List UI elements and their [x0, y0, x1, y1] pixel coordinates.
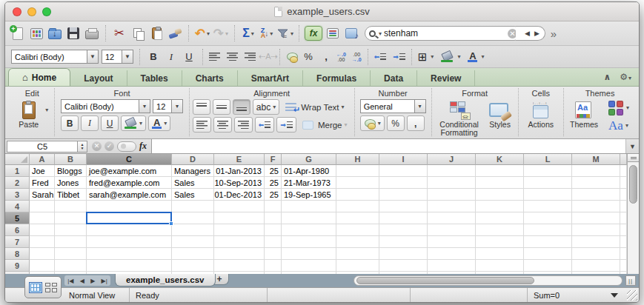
- ribbon-font-name-dropdown[interactable]: ▾: [139, 99, 150, 113]
- cell-F9[interactable]: [265, 260, 282, 272]
- paste-big-button[interactable]: Paste: [16, 99, 42, 136]
- theme-fonts-button[interactable]: Aa▾: [604, 118, 633, 133]
- row-header-9[interactable]: 9: [5, 260, 30, 272]
- decrease-indent-button[interactable]: ⇐: [374, 53, 387, 61]
- last-sheet-button[interactable]: ▶|: [102, 278, 107, 284]
- cell-L7[interactable]: [524, 236, 572, 248]
- ribbon-underline-button[interactable]: U: [101, 115, 119, 131]
- cell-K8[interactable]: [476, 248, 524, 260]
- cancel-entry-icon[interactable]: ✕: [92, 141, 102, 151]
- cell-A8[interactable]: [30, 248, 55, 260]
- cell-I9[interactable]: [379, 260, 428, 272]
- align-left-button[interactable]: [209, 53, 220, 61]
- cell-J9[interactable]: [428, 260, 476, 272]
- column-header-I[interactable]: I: [379, 154, 428, 165]
- filter-dropdown[interactable]: ▾: [291, 30, 293, 37]
- underline-button[interactable]: U: [182, 51, 196, 62]
- cell-G2[interactable]: 21-Mar-1973: [282, 177, 336, 189]
- borders-button[interactable]: ⊞: [418, 51, 428, 62]
- column-header-E[interactable]: E: [214, 154, 265, 165]
- search-scope-dropdown[interactable]: ▾: [379, 30, 382, 37]
- cell-I3[interactable]: [379, 189, 428, 201]
- cell-C4[interactable]: [87, 201, 172, 212]
- previous-sheet-button[interactable]: ◀: [80, 278, 84, 284]
- print-button[interactable]: [84, 24, 100, 42]
- font-size-dropdown[interactable]: ▼: [122, 50, 133, 64]
- actions-button[interactable]: |··|··| Actions: [525, 99, 557, 138]
- row-header-1[interactable]: 1: [5, 165, 30, 177]
- row-header-5[interactable]: 5: [5, 212, 30, 224]
- bold-button[interactable]: B: [146, 51, 161, 62]
- ribbon-bold-button[interactable]: B: [61, 115, 79, 131]
- cell-E9[interactable]: [214, 260, 265, 272]
- column-header-J[interactable]: J: [428, 154, 476, 165]
- align-middle-button[interactable]: [213, 99, 230, 115]
- cell-D8[interactable]: [172, 248, 214, 260]
- cell-I4[interactable]: [379, 201, 428, 212]
- cell-H8[interactable]: [336, 248, 379, 260]
- tab-review[interactable]: Review: [417, 70, 475, 86]
- font-name-dropdown[interactable]: ▼: [87, 50, 99, 64]
- fill-handle[interactable]: [169, 221, 173, 226]
- search-field[interactable]: ▾ ✕: [365, 26, 522, 41]
- normal-view-button[interactable]: [29, 282, 42, 293]
- row-header-4[interactable]: 4: [5, 201, 30, 212]
- fill-color-button[interactable]: [441, 51, 454, 62]
- cell-E1[interactable]: 01-Jan-2013: [214, 165, 265, 177]
- horizontal-scroll-thumb[interactable]: [356, 277, 534, 284]
- align-center-button[interactable]: [227, 53, 238, 61]
- cell-E2[interactable]: 10-Sep-2013: [214, 177, 265, 189]
- row-header-7[interactable]: 7: [5, 236, 30, 248]
- cell-H6[interactable]: [336, 224, 379, 236]
- ribbon-comma-button[interactable]: ,: [407, 115, 425, 131]
- cell-C3[interactable]: sarah@example.com: [87, 189, 172, 201]
- row-header-2[interactable]: 2: [5, 177, 30, 189]
- cell-G7[interactable]: [282, 236, 336, 248]
- font-size-combo[interactable]: 12 ▼: [102, 50, 133, 64]
- cell-A3[interactable]: Sarah: [30, 189, 55, 201]
- row-header-6[interactable]: 6: [5, 224, 30, 236]
- cell-D5[interactable]: [172, 212, 214, 224]
- formula-bar-expand-button[interactable]: ▼: [625, 139, 639, 153]
- cell-E3[interactable]: 01-Dec-2013: [214, 189, 265, 201]
- next-sheet-button[interactable]: ▶: [90, 278, 95, 284]
- cell-A5[interactable]: [30, 212, 55, 224]
- cell-B4[interactable]: [55, 201, 87, 212]
- cell-M9[interactable]: [572, 260, 620, 272]
- cell-A7[interactable]: [30, 236, 55, 248]
- ribbon-fill-color-button[interactable]: ▾: [121, 115, 146, 131]
- previous-result-button[interactable]: ◀: [525, 30, 530, 37]
- cell-H7[interactable]: [336, 236, 379, 248]
- sheet-tab-active[interactable]: example_users.csv: [115, 274, 216, 286]
- horizontal-split-handle[interactable]: ||: [625, 275, 636, 286]
- cell-H1[interactable]: [336, 165, 379, 177]
- horizontal-scrollbar[interactable]: [353, 275, 623, 286]
- vertical-scroll-thumb[interactable]: [629, 165, 637, 204]
- ribbon-font-size-dropdown[interactable]: ▾: [172, 99, 183, 113]
- cell-D7[interactable]: [172, 236, 214, 248]
- cell-E5[interactable]: [214, 212, 265, 224]
- collapse-ribbon-button[interactable]: ∧: [603, 72, 611, 82]
- cell-F4[interactable]: [265, 201, 282, 212]
- cell-E4[interactable]: [214, 201, 265, 212]
- gallery-button[interactable]: [28, 24, 44, 42]
- new-workbook-button[interactable]: +: [10, 24, 26, 42]
- cell-M8[interactable]: [572, 248, 620, 260]
- cell-D9[interactable]: [172, 260, 214, 272]
- cell-D4[interactable]: [172, 201, 214, 212]
- borders-dropdown[interactable]: ▾: [431, 53, 434, 60]
- cell-G5[interactable]: [282, 212, 336, 224]
- cell-J3[interactable]: [428, 189, 476, 201]
- cell-M5[interactable]: [572, 212, 620, 224]
- cell-J2[interactable]: [428, 177, 476, 189]
- tab-layout[interactable]: Layout: [70, 70, 127, 86]
- cell-M7[interactable]: [572, 236, 620, 248]
- column-header-L[interactable]: L: [524, 154, 572, 165]
- cell-M1[interactable]: [572, 165, 620, 177]
- font-color-button[interactable]: A: [468, 52, 477, 62]
- autosum-dropdown[interactable]: ▾: [251, 30, 254, 37]
- cell-B5[interactable]: [55, 212, 87, 224]
- increase-decimal-button[interactable]: .00→.0: [352, 52, 362, 62]
- tab-home[interactable]: ⌂Home: [8, 68, 70, 86]
- confirm-entry-icon[interactable]: ✓: [104, 141, 114, 151]
